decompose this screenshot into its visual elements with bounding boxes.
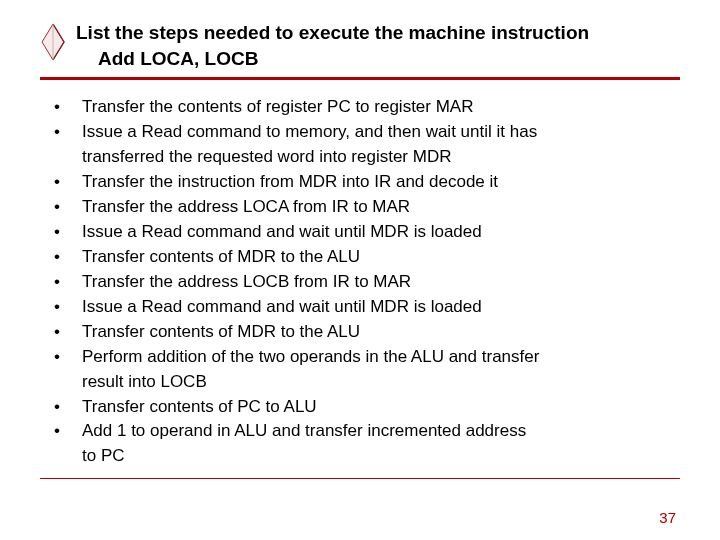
list-item: •Issue a Read command and wait until MDR…: [50, 296, 680, 319]
bullet-mark: •: [50, 296, 82, 319]
list-item-text: Transfer the instruction from MDR into I…: [82, 171, 680, 194]
bullet-mark: •: [50, 420, 82, 443]
title-row: List the steps needed to execute the mac…: [40, 20, 680, 71]
bullet-mark: •: [50, 271, 82, 294]
list-item: •Transfer the address LOCB from IR to MA…: [50, 271, 680, 294]
list-item-text: Perform addition of the two operands in …: [82, 346, 680, 369]
bullet-mark: •: [50, 96, 82, 119]
diamond-icon: [40, 22, 66, 66]
slide-title: List the steps needed to execute the mac…: [74, 20, 589, 71]
bullet-mark: •: [50, 171, 82, 194]
list-item-continuation: result into LOCB: [50, 371, 680, 394]
title-line1: List the steps needed to execute the mac…: [76, 20, 589, 46]
bullet-mark: •: [50, 196, 82, 219]
list-item: •Issue a Read command to memory, and the…: [50, 121, 680, 144]
list-item-text: Transfer contents of PC to ALU: [82, 396, 680, 419]
bullet-mark: •: [50, 121, 82, 144]
list-item-continuation: transferred the requested word into regi…: [50, 146, 680, 169]
list-item: •Transfer contents of MDR to the ALU: [50, 246, 680, 269]
bullet-mark: •: [50, 221, 82, 244]
footer-divider: [40, 478, 680, 479]
list-item: •Transfer the address LOCA from IR to MA…: [50, 196, 680, 219]
list-item-text: Transfer the contents of register PC to …: [82, 96, 680, 119]
list-item: •Transfer the instruction from MDR into …: [50, 171, 680, 194]
slide: List the steps needed to execute the mac…: [0, 0, 720, 540]
list-item-text: Transfer contents of MDR to the ALU: [82, 246, 680, 269]
list-item-text: Transfer contents of MDR to the ALU: [82, 321, 680, 344]
list-item: •Add 1 to operand in ALU and transfer in…: [50, 420, 680, 443]
list-item: •Transfer the contents of register PC to…: [50, 96, 680, 119]
bullet-mark: •: [50, 246, 82, 269]
list-item: •Perform addition of the two operands in…: [50, 346, 680, 369]
bullet-mark: •: [50, 321, 82, 344]
list-item-text: Issue a Read command to memory, and then…: [82, 121, 680, 144]
list-item-continuation: to PC: [50, 445, 680, 468]
page-number: 37: [659, 509, 676, 526]
list-item-text: Transfer the address LOCB from IR to MAR: [82, 271, 680, 294]
bullet-list: •Transfer the contents of register PC to…: [40, 96, 680, 468]
bullet-mark: •: [50, 396, 82, 419]
list-item-text: Issue a Read command and wait until MDR …: [82, 296, 680, 319]
list-item-text: Transfer the address LOCA from IR to MAR: [82, 196, 680, 219]
list-item: •Transfer contents of PC to ALU: [50, 396, 680, 419]
list-item-text: Add 1 to operand in ALU and transfer inc…: [82, 420, 680, 443]
title-line2: Add LOCA, LOCB: [76, 46, 589, 72]
title-divider: [40, 77, 680, 80]
list-item-text: Issue a Read command and wait until MDR …: [82, 221, 680, 244]
list-item: •Issue a Read command and wait until MDR…: [50, 221, 680, 244]
list-item: •Transfer contents of MDR to the ALU: [50, 321, 680, 344]
bullet-mark: •: [50, 346, 82, 369]
